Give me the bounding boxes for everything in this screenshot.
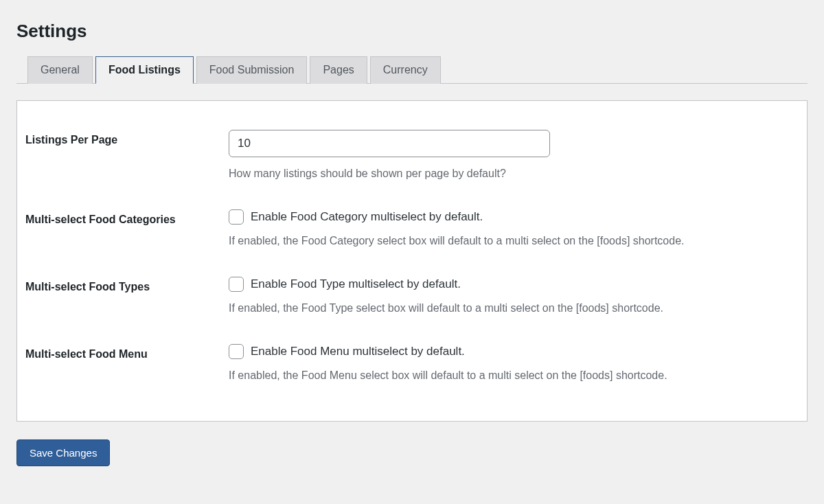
label-multi-categories: Multi-select Food Categories	[25, 209, 229, 226]
checkbox-multi-categories[interactable]	[229, 209, 244, 225]
label-listings-per-page: Listings Per Page	[25, 130, 229, 146]
checkbox-label-multi-categories: Enable Food Category multiselect by defa…	[251, 210, 483, 224]
settings-panel: Listings Per Page How many listings shou…	[16, 100, 808, 422]
page-title: Settings	[16, 21, 808, 42]
save-changes-button[interactable]: Save Changes	[16, 439, 110, 466]
checkbox-multi-types[interactable]	[229, 277, 244, 292]
label-multi-types: Multi-select Food Types	[25, 277, 229, 293]
input-listings-per-page[interactable]	[229, 130, 550, 157]
tab-currency[interactable]: Currency	[370, 56, 441, 84]
tab-food-submission[interactable]: Food Submission	[196, 56, 308, 84]
tabs-nav: General Food Listings Food Submission Pa…	[16, 56, 808, 84]
row-multi-menu: Multi-select Food Menu Enable Food Menu …	[25, 330, 799, 398]
tab-general[interactable]: General	[27, 56, 93, 84]
checkbox-label-multi-types: Enable Food Type multiselect by default.	[251, 277, 461, 291]
label-multi-menu: Multi-select Food Menu	[25, 344, 229, 360]
tab-pages[interactable]: Pages	[310, 56, 367, 84]
help-multi-types: If enabled, the Food Type select box wil…	[229, 300, 799, 317]
tab-food-listings[interactable]: Food Listings	[95, 56, 194, 84]
row-multi-categories: Multi-select Food Categories Enable Food…	[25, 196, 799, 263]
help-multi-menu: If enabled, the Food Menu select box wil…	[229, 367, 799, 384]
row-multi-types: Multi-select Food Types Enable Food Type…	[25, 263, 799, 330]
help-listings-per-page: How many listings should be shown per pa…	[229, 165, 799, 182]
checkbox-label-multi-menu: Enable Food Menu multiselect by default.	[251, 345, 465, 358]
row-listings-per-page: Listings Per Page How many listings shou…	[25, 119, 799, 196]
settings-page: Settings General Food Listings Food Subm…	[0, 0, 824, 466]
help-multi-categories: If enabled, the Food Category select box…	[229, 233, 799, 249]
checkbox-multi-menu[interactable]	[229, 344, 244, 359]
